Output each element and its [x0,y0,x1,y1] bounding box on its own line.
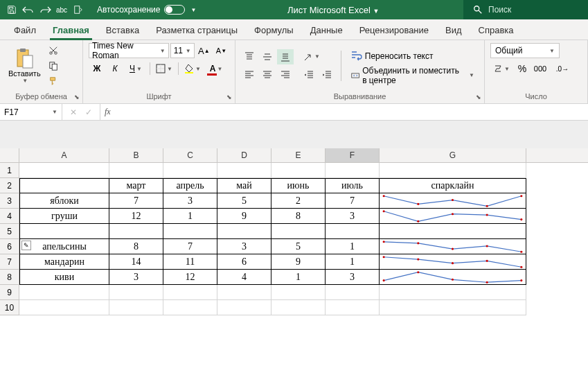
cell-G7[interactable] [380,254,526,270]
cell-F6[interactable]: 1 [326,239,380,254]
dialog-launcher-icon[interactable]: ⬊ [476,94,481,101]
row-header-7[interactable]: 7 [0,254,19,270]
cell-C1[interactable] [163,163,217,178]
comma-style-icon[interactable]: 000 [532,61,549,76]
cell-A9[interactable] [19,285,109,300]
cell-C2[interactable]: апрель [163,178,217,193]
format-painter-icon[interactable] [46,74,60,88]
cell-F10[interactable] [326,300,380,315]
cell-G10[interactable] [380,300,526,315]
cell-F7[interactable]: 1 [326,254,380,270]
dialog-launcher-icon[interactable]: ⬊ [74,94,80,101]
percent-icon[interactable]: % [514,61,531,76]
column-header-B[interactable]: B [109,148,163,162]
font-color-icon[interactable]: A▼ [205,61,227,76]
cell-B4[interactable]: 12 [109,209,163,224]
cell-A5[interactable] [19,224,109,239]
cell-D2[interactable]: май [217,178,271,193]
row-header-6[interactable]: 6 [0,239,19,254]
column-header-G[interactable]: G [380,148,526,162]
tab-главная[interactable]: Главная [44,21,98,40]
cell-B3[interactable]: 7 [109,193,163,209]
cell-G2[interactable]: спарклайн [380,178,526,193]
wrap-text-button[interactable]: Переносить текст [347,47,479,65]
decrease-indent-icon[interactable] [301,67,317,82]
cell-B9[interactable] [109,285,163,300]
cell-E9[interactable] [271,285,326,300]
cell-E8[interactable]: 1 [271,270,326,285]
tab-разметка страницы[interactable]: Разметка страницы [148,21,246,40]
cell-B10[interactable] [109,300,163,315]
cell-E2[interactable]: июнь [271,178,326,193]
cell-C4[interactable]: 1 [163,209,217,224]
row-header-1[interactable]: 1 [0,163,19,178]
merge-center-button[interactable]: Объединить и поместить в центре ▼ [347,67,479,85]
cell-F2[interactable]: июль [326,178,380,193]
name-box[interactable]: F17▼ [0,104,62,120]
spellcheck-icon[interactable]: abc [54,2,69,17]
cell-D10[interactable] [217,300,271,315]
cell-A8[interactable]: киви [19,270,109,285]
row-header-3[interactable]: 3 [0,193,19,209]
cell-B8[interactable]: 3 [109,270,163,285]
tab-справка[interactable]: Справка [470,21,522,40]
cell-E6[interactable]: 5 [271,239,326,254]
touch-mode-icon[interactable] [71,2,86,17]
cell-C10[interactable] [163,300,217,315]
cell-G1[interactable] [380,163,526,178]
cell-A3[interactable]: яблоки [19,193,109,209]
align-bottom-icon[interactable] [277,49,294,64]
italic-button[interactable]: К [107,61,123,76]
cell-G3[interactable] [380,193,526,209]
select-all-corner[interactable] [0,148,19,162]
column-header-F[interactable]: F [326,148,380,162]
cell-F1[interactable] [326,163,380,178]
cell-F3[interactable]: 7 [326,193,380,209]
copy-icon[interactable] [46,59,60,73]
cell-A2[interactable] [19,178,109,193]
increase-font-icon[interactable]: A▲ [196,43,212,58]
cell-F9[interactable] [326,285,380,300]
cell-A6[interactable]: ✎апельсины [19,239,109,254]
row-header-8[interactable]: 8 [0,270,19,285]
column-header-E[interactable]: E [271,148,326,162]
column-header-A[interactable]: A [19,148,109,162]
undo-icon[interactable] [21,2,36,17]
cell-B6[interactable]: 8 [109,239,163,254]
row-header-4[interactable]: 4 [0,209,19,224]
column-header-C[interactable]: C [163,148,217,162]
cell-E3[interactable]: 2 [271,193,326,209]
dialog-launcher-icon[interactable]: ⬊ [226,94,232,101]
cell-B5[interactable] [109,224,163,239]
cell-B7[interactable]: 14 [109,254,163,270]
column-header-D[interactable]: D [217,148,271,162]
cell-E4[interactable]: 8 [271,209,326,224]
autosave-toggle[interactable] [164,5,185,15]
increase-decimal-icon[interactable]: .0→ [554,61,571,76]
font-size-combo[interactable]: 11▼ [170,43,195,58]
underline-button[interactable]: Ч▼ [125,61,147,76]
decrease-font-icon[interactable]: A▼ [213,43,229,58]
cell-G5[interactable] [380,224,526,239]
bold-button[interactable]: Ж [89,61,105,76]
cell-C7[interactable]: 11 [163,254,217,270]
confirm-formula-icon[interactable]: ✓ [82,105,96,119]
row-header-10[interactable]: 10 [0,300,19,315]
search-box[interactable]: Поиск [463,0,588,19]
fx-icon[interactable]: fx [100,107,111,117]
cell-C6[interactable]: 7 [163,239,217,254]
cell-E5[interactable] [271,224,326,239]
cell-B1[interactable] [109,163,163,178]
align-right-icon[interactable] [277,67,294,82]
cell-D6[interactable]: 3 [217,239,271,254]
cell-C5[interactable] [163,224,217,239]
cell-D4[interactable]: 9 [217,209,271,224]
tab-формулы[interactable]: Формулы [246,21,302,40]
cell-A1[interactable] [19,163,109,178]
cell-D5[interactable] [217,224,271,239]
cell-B2[interactable]: март [109,178,163,193]
font-name-combo[interactable]: Times New Roman▼ [89,43,169,58]
cut-icon[interactable] [46,44,60,58]
cell-C9[interactable] [163,285,217,300]
save-icon[interactable] [4,2,19,17]
